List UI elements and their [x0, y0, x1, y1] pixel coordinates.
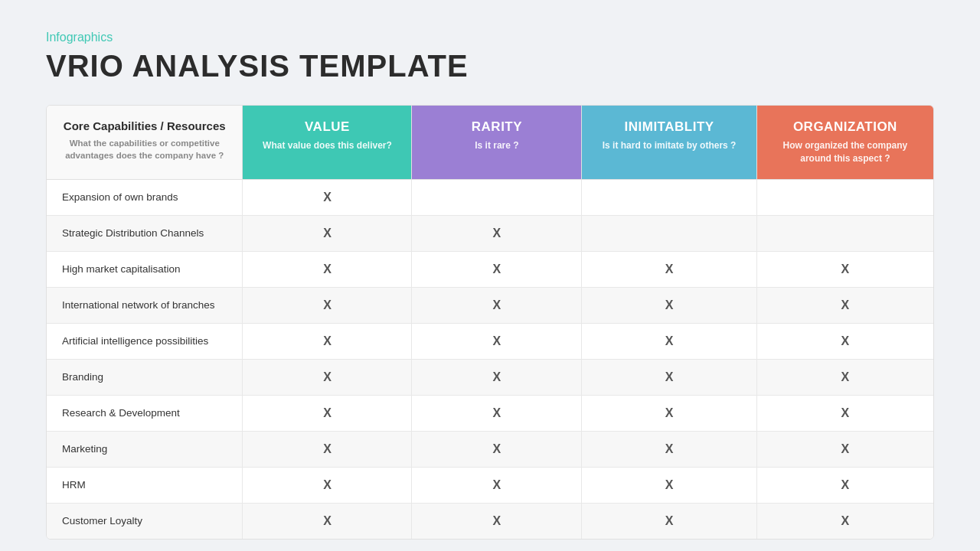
- cell-capability-2: High market capitalisation: [47, 251, 243, 287]
- table-row: Strategic Distribution ChannelsXX: [47, 215, 933, 251]
- x-mark: X: [323, 334, 332, 347]
- cell-rarity-6: X: [412, 395, 582, 431]
- x-mark: X: [841, 406, 850, 419]
- cell-capability-6: Research & Development: [47, 395, 243, 431]
- col-rarity-subtitle: Is it rare ?: [423, 139, 570, 152]
- cell-rarity-0: [412, 179, 582, 215]
- page-title: VRIO ANALYSIS TEMPLATE: [46, 49, 934, 83]
- col-core-subtitle: What the capabilities or competitive adv…: [62, 137, 227, 161]
- x-mark: X: [323, 370, 332, 383]
- cell-inimitability-3: X: [582, 287, 756, 323]
- table-row: High market capitalisationXXXX: [47, 251, 933, 287]
- x-mark: X: [841, 334, 850, 347]
- x-mark: X: [323, 406, 332, 419]
- col-organization-subtitle: How organized the company around this as…: [769, 139, 922, 165]
- cell-organization-1: [756, 215, 933, 251]
- cell-value-4: X: [243, 323, 412, 359]
- cell-organization-4: X: [756, 323, 933, 359]
- col-core-title: Core Capabilities / Resources: [62, 119, 227, 132]
- x-mark: X: [323, 514, 332, 527]
- table-row: Artificial intelligence possibilitiesXXX…: [47, 323, 933, 359]
- x-mark: X: [665, 334, 674, 347]
- x-mark: X: [665, 406, 674, 419]
- x-mark: X: [493, 478, 501, 491]
- table-row: Expansion of own brandsX: [47, 179, 933, 215]
- cell-inimitability-0: [582, 179, 756, 215]
- cell-capability-1: Strategic Distribution Channels: [47, 215, 243, 251]
- cell-rarity-1: X: [412, 215, 582, 251]
- col-header-value: VALUE What value does this deliver?: [243, 106, 412, 179]
- cell-organization-6: X: [756, 395, 933, 431]
- x-mark: X: [665, 262, 674, 276]
- col-value-subtitle: What value does this deliver?: [254, 139, 400, 152]
- col-header-rarity: RARITY Is it rare ?: [412, 106, 582, 179]
- cell-capability-4: Artificial intelligence possibilities: [47, 323, 243, 359]
- x-mark: X: [323, 442, 332, 455]
- vrio-table-wrapper: Core Capabilities / Resources What the c…: [46, 105, 934, 540]
- cell-rarity-2: X: [412, 251, 582, 287]
- cell-inimitability-6: X: [582, 395, 756, 431]
- vrio-table: Core Capabilities / Resources What the c…: [47, 106, 933, 539]
- col-header-core: Core Capabilities / Resources What the c…: [47, 106, 243, 179]
- col-organization-title: ORGANIZATION: [769, 119, 922, 135]
- cell-organization-5: X: [756, 359, 933, 395]
- cell-rarity-9: X: [412, 503, 582, 539]
- cell-value-9: X: [243, 503, 412, 539]
- cell-value-1: X: [243, 215, 412, 251]
- x-mark: X: [841, 262, 850, 276]
- col-value-title: VALUE: [254, 119, 400, 135]
- cell-value-2: X: [243, 251, 412, 287]
- cell-rarity-8: X: [412, 467, 582, 503]
- x-mark: X: [493, 334, 501, 347]
- cell-capability-5: Branding: [47, 359, 243, 395]
- col-inimitability-title: INIMITABLITY: [593, 119, 744, 135]
- cell-organization-2: X: [756, 251, 933, 287]
- cell-value-6: X: [243, 395, 412, 431]
- cell-inimitability-7: X: [582, 431, 756, 467]
- cell-organization-0: [756, 179, 933, 215]
- table-row: International network of branchesXXXX: [47, 287, 933, 323]
- cell-rarity-4: X: [412, 323, 582, 359]
- x-mark: X: [665, 478, 674, 491]
- x-mark: X: [493, 298, 501, 311]
- x-mark: X: [841, 370, 850, 383]
- cell-organization-7: X: [756, 431, 933, 467]
- cell-inimitability-8: X: [582, 467, 756, 503]
- col-header-organization: ORGANIZATION How organized the company a…: [756, 106, 933, 179]
- x-mark: X: [323, 298, 332, 311]
- x-mark: X: [323, 191, 332, 204]
- x-mark: X: [493, 370, 501, 383]
- cell-value-5: X: [243, 359, 412, 395]
- cell-capability-3: International network of branches: [47, 287, 243, 323]
- x-mark: X: [665, 370, 674, 383]
- cell-organization-8: X: [756, 467, 933, 503]
- cell-organization-3: X: [756, 287, 933, 323]
- cell-inimitability-2: X: [582, 251, 756, 287]
- cell-rarity-3: X: [412, 287, 582, 323]
- x-mark: X: [493, 442, 501, 455]
- table-row: Research & DevelopmentXXXX: [47, 395, 933, 431]
- cell-value-8: X: [243, 467, 412, 503]
- col-rarity-title: RARITY: [423, 119, 570, 135]
- col-inimitability-subtitle: Is it hard to imitate by others ?: [593, 139, 744, 152]
- cell-capability-7: Marketing: [47, 431, 243, 467]
- cell-inimitability-5: X: [582, 359, 756, 395]
- table-row: HRMXXXX: [47, 467, 933, 503]
- cell-rarity-7: X: [412, 431, 582, 467]
- x-mark: X: [493, 227, 501, 240]
- x-mark: X: [841, 478, 850, 491]
- col-header-inimitability: INIMITABLITY Is it hard to imitate by ot…: [582, 106, 756, 179]
- page-container: Infographics VRIO ANALYSIS TEMPLATE Core…: [0, 0, 980, 551]
- x-mark: X: [323, 478, 332, 491]
- cell-inimitability-4: X: [582, 323, 756, 359]
- cell-value-7: X: [243, 431, 412, 467]
- cell-capability-0: Expansion of own brands: [47, 179, 243, 215]
- x-mark: X: [841, 298, 850, 311]
- x-mark: X: [665, 298, 674, 311]
- table-row: BrandingXXXX: [47, 359, 933, 395]
- x-mark: X: [493, 514, 501, 527]
- table-row: MarketingXXXX: [47, 431, 933, 467]
- x-mark: X: [323, 262, 332, 276]
- cell-rarity-5: X: [412, 359, 582, 395]
- cell-value-0: X: [243, 179, 412, 215]
